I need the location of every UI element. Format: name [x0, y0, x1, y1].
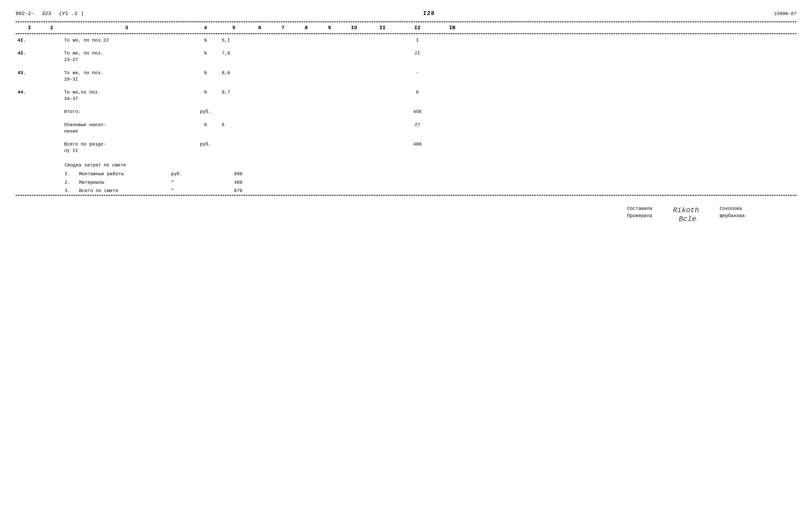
row-unit: %: [191, 89, 220, 96]
row-unit: руб.: [191, 141, 220, 148]
row-val5: 5,I: [220, 37, 248, 44]
row-desc: То же, по поз. 29–3I: [62, 70, 191, 83]
cost-summary-row: 3. Всего по смете " 876: [65, 186, 796, 195]
cs-val: 898: [211, 170, 242, 178]
cs-num: I.: [65, 170, 75, 178]
header-left: 902-2- 323 (У1 .2 ): [16, 10, 84, 17]
row-val5: 7,8: [220, 50, 248, 57]
col-header-6: 6: [248, 25, 271, 31]
cs-unit: ": [171, 186, 192, 195]
checked-label: Проверила: [627, 213, 652, 219]
cs-unit: ": [171, 178, 192, 186]
row-col12: 488: [398, 141, 437, 148]
cs-num: 2.: [65, 178, 75, 186]
table-row: 44. То же,по поз. 34–37 % 9,7 6: [16, 86, 796, 106]
col-header-7: 7: [271, 25, 295, 31]
cost-summary-title: Сводка затрат по смете: [65, 163, 796, 168]
row-num: 4I.: [16, 37, 41, 44]
row-col12: 2I: [398, 50, 437, 57]
name-1: Соколова: [720, 206, 745, 211]
col-header-5: 5: [220, 25, 248, 31]
cost-summary-row: I. Монтажные работы руб. 898: [65, 170, 796, 178]
signature-1: Rikoth: [673, 206, 699, 215]
col-header-12: I2: [398, 25, 437, 31]
cs-unit: руб.: [171, 170, 192, 178]
cs-val: 876: [211, 186, 242, 195]
table-row: 4I. То же, по поз.22 % 5,I I: [16, 34, 796, 47]
cs-desc: Монтажные работы: [79, 170, 167, 178]
col-header-2: 2: [41, 25, 62, 31]
col-header-11: II: [367, 25, 398, 31]
main-table: I 2 3 4 5 6 7 8 9 IO II I2 IB 4I. То же,…: [16, 22, 796, 196]
footer-composed: Составила Проверила: [627, 206, 652, 223]
cs-desc: Материалы: [79, 178, 167, 186]
cs-val: 488: [211, 178, 242, 186]
table-row: 43. То же, по поз. 29–3I % 8,6 -: [16, 67, 796, 86]
table-row: Итого: руб. 456: [16, 106, 796, 118]
row-unit: %: [191, 70, 220, 76]
row-val5: 8,6: [220, 70, 248, 76]
table-row: 42. То же, по поз. 23–27 % 7,8 2I: [16, 47, 796, 66]
row-num: 43.: [16, 70, 41, 76]
row-num: 44.: [16, 89, 41, 96]
name-2: Щербакова: [720, 213, 745, 219]
signature-2: Bcle→: [679, 215, 699, 224]
cs-num: 3.: [65, 186, 75, 195]
row-desc: То же, по поз. 23–27: [62, 50, 191, 63]
doc-sub: 323: [42, 10, 51, 17]
doc-number: 902-2-: [16, 10, 34, 17]
row-val5: 6: [220, 122, 248, 128]
data-rows: 4I. То же, по поз.22 % 5,I I 42. То же, …: [16, 34, 796, 195]
row-desc: То же, по поз.22: [62, 37, 191, 44]
col-header-3: 3: [62, 25, 191, 31]
row-col12: 6: [398, 89, 437, 96]
col-header-13: IB: [437, 25, 468, 31]
col-header-4: 4: [191, 25, 220, 31]
col-header-9: 9: [318, 25, 341, 31]
row-unit: руб.: [191, 109, 220, 115]
header-right: 15896-07: [774, 11, 796, 16]
col-header-8: 8: [295, 25, 318, 31]
header-center: I28: [423, 10, 435, 17]
footer-signatures: Rikoth Bcle→: [673, 206, 699, 223]
table-row: Всего по разде- лу II руб. 488: [16, 138, 796, 157]
row-col12: 456: [398, 109, 437, 115]
table-row: Плановые накоп- ления % 6 27: [16, 119, 796, 138]
row-unit: %: [191, 50, 220, 57]
row-num: 42.: [16, 50, 41, 57]
col-header-10: IO: [341, 25, 367, 31]
row-val5: 9,7: [220, 89, 248, 96]
cost-summary: Сводка затрат по смете I. Монтажные рабо…: [16, 157, 796, 195]
row-col12: I: [398, 37, 437, 44]
row-unit: %: [191, 122, 220, 128]
row-unit: %: [191, 37, 220, 44]
row-desc: То же,по поз. 34–37: [62, 89, 191, 102]
cs-desc: Всего по смете: [79, 186, 167, 195]
row-desc: Итого:: [62, 109, 191, 115]
row-desc: Всего по разде- лу II: [62, 141, 191, 154]
row-desc: Плановые накоп- ления: [62, 122, 191, 135]
row-col12: -: [398, 70, 437, 76]
row-col12: 27: [398, 122, 437, 128]
header: 902-2- 323 (У1 .2 ) I28 15896-07: [16, 10, 796, 17]
footer-section: Составила Проверила Rikoth Bcle→ Соколов…: [16, 206, 796, 223]
cost-summary-row: 2. Материалы " 488: [65, 178, 796, 186]
footer-names: Соколова Щербакова: [720, 206, 745, 223]
doc-code: (У1 .2 ): [59, 10, 84, 17]
col-header-1: I: [16, 25, 41, 31]
column-header-row: I 2 3 4 5 6 7 8 9 IO II I2 IB: [16, 22, 796, 34]
composed-label: Составила: [627, 206, 652, 211]
